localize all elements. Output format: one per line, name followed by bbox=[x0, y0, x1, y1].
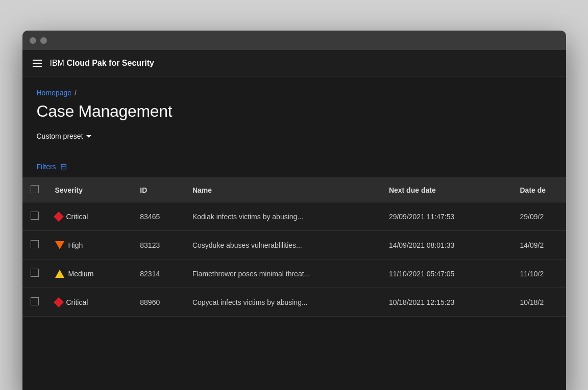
row-id: 82314 bbox=[132, 259, 184, 288]
table-header-row: Severity ID Name Next due date Date de bbox=[22, 178, 566, 202]
preset-label: Custom preset bbox=[37, 132, 83, 140]
topbar: IBM Cloud Pak for Security bbox=[22, 50, 566, 76]
title-bold-text: Cloud Pak for Security bbox=[66, 59, 154, 67]
row-date-dev: 14/09/2 bbox=[512, 231, 566, 259]
page-content: Homepage / Case Management Custom preset bbox=[22, 76, 566, 143]
breadcrumb: Homepage / bbox=[37, 89, 552, 97]
header-severity: Severity bbox=[47, 178, 132, 202]
header-id-label: ID bbox=[140, 186, 147, 194]
filters-bar: Filters ⊟ bbox=[22, 155, 566, 178]
row-name: Copycat infects victims by abusing... bbox=[184, 288, 381, 317]
row-next-due-date: 14/09/2021 08:01:33 bbox=[381, 231, 512, 259]
severity-cell: High bbox=[55, 241, 124, 249]
topbar-title: IBM Cloud Pak for Security bbox=[50, 59, 154, 68]
row-date-dev: 10/18/2 bbox=[512, 288, 566, 317]
app-container: IBM Cloud Pak for Security Homepage / Ca… bbox=[22, 50, 566, 390]
row-name: Kodiak infects victims by abusing... bbox=[184, 202, 381, 231]
row-date-dev: 11/10/2 bbox=[512, 259, 566, 288]
row-checkbox[interactable] bbox=[31, 269, 39, 277]
header-name: Name bbox=[184, 178, 381, 202]
row-date-dev: 29/09/2 bbox=[512, 202, 566, 231]
row-id: 83123 bbox=[132, 231, 184, 259]
header-next-due-label: Next due date bbox=[389, 186, 436, 194]
row-id: 88960 bbox=[132, 288, 184, 317]
table-row: Critical83465Kodiak infects victims by a… bbox=[22, 202, 566, 231]
row-id: 83465 bbox=[132, 202, 184, 231]
row-next-due-date: 29/09/2021 11:47:53 bbox=[381, 202, 512, 231]
severity-label: Medium bbox=[68, 270, 94, 278]
row-name: Flamethrower poses minimal threat... bbox=[184, 259, 381, 288]
high-icon bbox=[55, 241, 64, 249]
row-next-due-date: 10/18/2021 12:15:23 bbox=[381, 288, 512, 317]
breadcrumb-homepage[interactable]: Homepage bbox=[37, 89, 72, 97]
severity-label: Critical bbox=[66, 213, 88, 221]
window-dot-1[interactable] bbox=[30, 37, 36, 44]
app-window: IBM Cloud Pak for Security Homepage / Ca… bbox=[22, 31, 566, 390]
cases-table: Severity ID Name Next due date Date de bbox=[22, 178, 566, 317]
table-section: Filters ⊟ Severity ID bbox=[22, 155, 566, 317]
row-checkbox[interactable] bbox=[31, 297, 39, 305]
header-id: ID bbox=[132, 178, 184, 202]
select-all-checkbox[interactable] bbox=[31, 185, 39, 193]
table-row: High83123Cosyduke abuses vulnerablilitie… bbox=[22, 231, 566, 259]
medium-icon bbox=[55, 270, 64, 278]
menu-icon[interactable] bbox=[33, 60, 42, 67]
header-name-label: Name bbox=[192, 186, 212, 194]
header-next-due-date: Next due date bbox=[381, 178, 512, 202]
row-checkbox[interactable] bbox=[31, 212, 39, 220]
severity-cell: Critical bbox=[55, 213, 124, 221]
row-next-due-date: 11/10/2021 05:47:05 bbox=[381, 259, 512, 288]
title-prefix-text: IBM bbox=[50, 59, 67, 67]
critical-icon bbox=[54, 297, 64, 307]
severity-label: Critical bbox=[66, 298, 88, 306]
filters-label[interactable]: Filters bbox=[37, 163, 56, 171]
table-row: Medium82314Flamethrower poses minimal th… bbox=[22, 259, 566, 288]
preset-dropdown[interactable]: Custom preset bbox=[37, 129, 91, 143]
header-date-dev: Date de bbox=[512, 178, 566, 202]
severity-cell: Medium bbox=[55, 270, 124, 278]
window-dot-2[interactable] bbox=[40, 37, 47, 44]
filter-icon[interactable]: ⊟ bbox=[60, 162, 67, 171]
critical-icon bbox=[54, 212, 64, 222]
window-chrome bbox=[22, 31, 566, 50]
row-name: Cosyduke abuses vulnerablilities... bbox=[184, 231, 381, 259]
header-date-dev-label: Date de bbox=[520, 186, 546, 194]
severity-label: High bbox=[68, 241, 83, 249]
header-severity-label: Severity bbox=[55, 186, 83, 194]
row-checkbox[interactable] bbox=[31, 240, 39, 248]
breadcrumb-separator: / bbox=[75, 89, 77, 97]
severity-cell: Critical bbox=[55, 298, 124, 306]
header-checkbox-cell bbox=[22, 178, 47, 202]
table-row: Critical88960Copycat infects victims by … bbox=[22, 288, 566, 317]
page-title: Case Management bbox=[37, 102, 552, 121]
chevron-down-icon bbox=[86, 135, 91, 138]
